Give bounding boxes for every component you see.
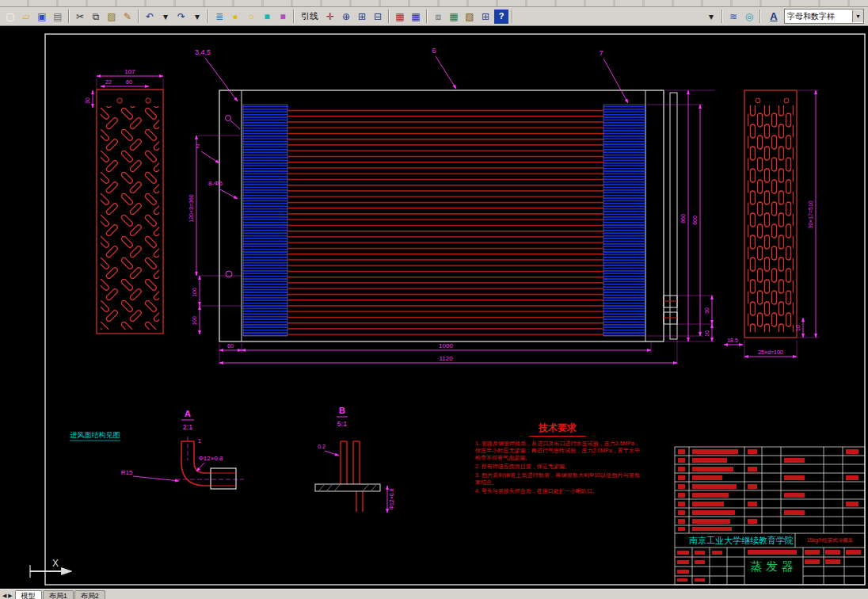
redo-dropdown-icon[interactable]: ▾ [189,9,205,25]
dim-107[interactable]: 107 [124,68,135,75]
detail-b-label[interactable]: B [339,406,345,415]
copy-icon[interactable]: ⧉ [88,9,104,25]
technical-requirements: 技术要求 1. 管路及铜管焊接后，从进口及出口进行水压试验，压力2.5MPa，保… [475,422,640,496]
dim-25xd-100[interactable]: 25×d=100 [758,349,783,355]
cad-drawing[interactable]: 107 22 60 30 [0,26,868,589]
table-icon[interactable]: ▦ [446,9,462,25]
pan-icon[interactable]: ✛ [322,9,338,25]
properties-icon[interactable]: ▦ [392,9,408,25]
toolbar-separator [388,10,390,23]
dim-1000[interactable]: 1000 [439,342,453,349]
drawing-viewport[interactable]: 107 22 60 30 [0,26,868,589]
dim-30-right[interactable]: 30 [704,307,710,314]
dim-22[interactable]: 22 [105,79,112,85]
toolbar-left: ▢▱▣▤✂⧉▨✎↶▾↷▾≣●○■■ [2,9,297,25]
detail-a-view[interactable]: 进风面结构见图 A 2:1 Φ12×0.8 R15 1 [70,409,244,489]
cropped-menu-strip [0,0,868,7]
zoom-realtime-icon[interactable]: ⊕ [338,9,354,25]
dim-100-b[interactable]: 100 [192,316,197,326]
color-chip-cyan-icon[interactable]: ■ [259,9,275,25]
dim-1120[interactable]: 1120 [439,355,453,362]
toolbar-separator [68,10,70,23]
toolbar-separator [512,10,513,23]
callout-3-4-5[interactable]: 3,4,5 [195,48,211,56]
dim-100-a[interactable]: 100 [192,288,197,297]
holes-callout[interactable]: 8-Φ6 [208,180,223,187]
callout-6[interactable]: 6 [432,47,436,55]
fin-block-left[interactable] [243,105,287,336]
zoom-window-icon[interactable]: ⊞ [354,9,370,25]
match-properties-icon[interactable]: ✎ [120,9,135,25]
tab-nav-arrows[interactable]: ◀ ▶ [0,590,15,599]
main-assembly-view[interactable] [219,90,677,341]
tab-layout1[interactable]: 布局1 [43,590,74,599]
print-icon[interactable]: ▤ [50,9,66,25]
cut-icon[interactable]: ✂ [72,9,88,25]
detail-b-scale[interactable]: 5:1 [337,420,348,428]
dim-18-5[interactable]: 18.5 [727,338,738,343]
callout-7[interactable]: 7 [599,49,603,57]
zoom-previous-icon[interactable]: ⊟ [370,9,386,25]
new-file-icon[interactable]: ▢ [2,9,18,25]
inlet-face-note[interactable]: 进风面结构见图 [70,431,120,439]
toolbar-overflow-icon[interactable]: ▾ [703,9,719,25]
cad-application-window: ▢▱▣▤✂⧉▨✎↶▾↷▾≣●○■■ 引线 ✛⊕⊞⊟▦▦⧈▦▧⊞? ▾≋◎ A 字… [0,0,868,599]
calculator-icon[interactable]: ⊞ [478,9,493,25]
toolbar-separator [207,10,209,23]
tab-model[interactable]: 模型 [15,590,42,599]
dim-60-bottom[interactable]: 60 [227,343,234,349]
redo-icon[interactable]: ↷ [173,9,189,25]
tech-requirement-item: 2. 所有焊缝应圆滑过渡，保证无渗漏。 [475,463,640,470]
toolbar-right-icons: ▾≋◎ [703,9,763,25]
dim-600[interactable]: 600 [692,216,698,225]
layer-on-bulb-icon[interactable]: ● [227,9,243,25]
undo-dropdown-icon[interactable]: ▾ [158,9,173,25]
left-plate-view[interactable] [97,90,163,334]
help-icon[interactable]: ? [494,10,508,24]
dim-860[interactable]: 860 [680,214,686,223]
tube-bundle[interactable] [287,107,603,337]
detail-a-label[interactable]: A [185,409,191,418]
tech-requirement-item: 1. 管路及铜管焊接后，从进口及出口进行水压试验，压力2.5MPa，保压半小时应… [475,440,640,461]
title-block-part-name: 蒸发器 [750,559,798,573]
detail-b-gap[interactable]: 0.2 [318,444,326,449]
detail-a-num[interactable]: 1 [198,438,201,444]
dim-10-plate[interactable]: 10 [795,325,801,331]
combobox-dropdown-icon[interactable]: ▼ [852,10,863,22]
text-style-combobox-value: 字母和数字样 [787,11,835,22]
detail-a-dim[interactable]: Φ12×0.8 [198,455,223,462]
detail-a-radius[interactable]: R15 [121,469,133,476]
paste-icon[interactable]: ▨ [104,9,120,25]
dim-60[interactable]: 60 [126,79,132,85]
toolbar-separator [721,10,723,23]
tab-layout2[interactable]: 布局2 [74,590,105,599]
dim-30x17-510[interactable]: 30×17=510 [808,200,813,229]
detail-b-view[interactable]: B 5:1 [315,406,394,513]
dim-120x3-360[interactable]: 120×3=360 [188,194,194,223]
sheet-set-icon[interactable]: ⧈ [430,9,446,25]
leader-toolbar-label: 引线 [301,10,318,22]
toolbar-mid: ✛⊕⊞⊟▦▦⧈▦▧⊞? [322,9,516,25]
detail-b-dim[interactable]: Φ12×0.8 [389,488,394,509]
text-style-icon[interactable]: A [767,10,781,24]
dim-10-right[interactable]: 10 [704,330,710,337]
undo-icon[interactable]: ↶ [142,9,158,25]
save-icon[interactable]: ▣ [34,9,50,25]
layers-icon[interactable]: ≣ [211,9,227,25]
text-style-combobox[interactable]: 字母和数字样 ▼ [784,9,864,24]
design-center-icon[interactable]: ▦ [408,9,424,25]
render-icon[interactable]: ▧ [462,9,478,25]
main-toolbar: ▢▱▣▤✂⧉▨✎↶▾↷▾≣●○■■ 引线 ✛⊕⊞⊟▦▦⧈▦▧⊞? ▾≋◎ A 字… [0,7,868,26]
toolbar-separator [138,10,139,23]
toolbar-separator [426,10,428,23]
color-chip-magenta-icon[interactable]: ■ [275,9,291,25]
dim-30-left[interactable]: 30 [85,97,90,104]
layer-states-icon[interactable]: ≋ [725,9,741,25]
orbit-icon[interactable]: ◎ [741,9,757,25]
layer-off-bulb-icon[interactable]: ○ [243,9,259,25]
open-file-icon[interactable]: ▱ [18,9,34,25]
callout-2[interactable]: 2 [196,143,200,150]
fin-block-right[interactable] [603,105,645,336]
right-plate-view[interactable] [744,90,797,338]
detail-a-scale[interactable]: 2:1 [183,423,193,431]
